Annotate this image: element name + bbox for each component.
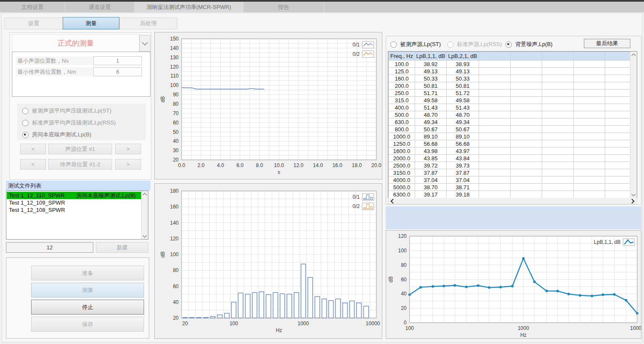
table-cell[interactable]	[605, 176, 631, 184]
min-mic-positions-input[interactable]: 6	[93, 67, 142, 76]
table-cell[interactable]	[574, 155, 605, 162]
table-cell[interactable]	[574, 119, 605, 126]
table-cell[interactable]	[605, 162, 631, 169]
table-cell[interactable]	[605, 140, 631, 147]
radio-background-noise-test[interactable]: 房间本底噪声测试,Lp(B)	[22, 131, 91, 139]
table-row[interactable]: 1600.043.9843.97	[389, 147, 631, 155]
table-cell[interactable]	[511, 90, 542, 97]
table-cell[interactable]	[542, 75, 574, 82]
mic-position-prev-button[interactable]: <	[20, 159, 46, 170]
scroll-up-icon[interactable]	[630, 52, 637, 58]
table-cell[interactable]: 49.58	[447, 97, 479, 104]
new-test-button[interactable]: 新建	[96, 242, 148, 253]
table-cell[interactable]	[511, 82, 542, 90]
table-cell[interactable]	[511, 126, 542, 133]
table-cell[interactable]	[574, 111, 605, 119]
table-cell[interactable]: 50.33	[447, 75, 479, 82]
table-cell[interactable]	[605, 61, 631, 68]
measurement-mode-dropdown[interactable]: 正式的测量	[12, 34, 139, 52]
scroll-down-icon[interactable]	[630, 191, 637, 198]
table-cell[interactable]	[511, 68, 542, 75]
table-cell[interactable]	[479, 104, 511, 111]
table-cell[interactable]	[479, 97, 511, 104]
table-cell[interactable]	[542, 90, 574, 97]
table-cell[interactable]	[542, 126, 574, 133]
table-cell[interactable]	[605, 191, 631, 198]
table-cell[interactable]: 2500.0	[389, 162, 415, 169]
table-cell[interactable]	[605, 169, 631, 176]
radio-result-lpst[interactable]: 被测声源,Lp(ST)	[390, 40, 441, 48]
subtab-settings[interactable]: 设置	[4, 17, 63, 29]
table-cell[interactable]	[479, 75, 511, 82]
test-count-button[interactable]: 12	[6, 242, 93, 253]
table-horizontal-scrollbar[interactable]	[388, 198, 637, 204]
table-row[interactable]: 200.050.8150.81	[389, 82, 631, 90]
table-cell[interactable]: 48.70	[447, 111, 479, 119]
file-list-scrollbar[interactable]	[141, 191, 148, 239]
table-cell[interactable]	[542, 147, 574, 155]
table-cell[interactable]: 43.84	[447, 155, 479, 162]
tab-report[interactable]: 报告	[243, 2, 324, 12]
table-row[interactable]: 800.050.6750.67	[389, 126, 631, 133]
table-cell[interactable]	[605, 97, 631, 104]
table-cell[interactable]	[479, 126, 511, 133]
table-cell[interactable]	[574, 75, 605, 82]
table-cell[interactable]	[542, 61, 574, 68]
table-cell[interactable]	[542, 176, 574, 184]
table-row[interactable]: 2500.039.7239.73	[389, 162, 631, 169]
table-cell[interactable]	[511, 176, 542, 184]
table-cell[interactable]	[511, 162, 542, 169]
table-cell[interactable]	[605, 111, 631, 119]
table-cell[interactable]: 37.87	[447, 169, 479, 176]
table-cell[interactable]: 49.34	[415, 119, 447, 126]
table-cell[interactable]	[479, 184, 511, 191]
table-row[interactable]: 500.048.7048.70	[389, 111, 631, 119]
subtab-measure[interactable]: 测量	[63, 17, 119, 29]
table-cell[interactable]	[542, 97, 574, 104]
table-cell[interactable]: 5000.0	[389, 184, 415, 191]
table-cell[interactable]: 37.04	[447, 176, 479, 184]
measure-button[interactable]: 测量	[31, 283, 144, 298]
table-cell[interactable]: 315.0	[389, 97, 415, 104]
scroll-right-icon[interactable]	[630, 198, 636, 204]
table-cell[interactable]: 2000.0	[389, 155, 415, 162]
table-cell[interactable]	[605, 75, 631, 82]
table-cell[interactable]: 1000.0	[389, 133, 415, 140]
table-cell[interactable]	[605, 82, 631, 90]
table-cell[interactable]: 50.67	[415, 126, 447, 133]
table-cell[interactable]: 43.85	[415, 155, 447, 162]
table-cell[interactable]	[479, 140, 511, 147]
scroll-up-icon[interactable]	[142, 191, 148, 197]
table-cell[interactable]	[479, 133, 511, 140]
table-cell[interactable]	[574, 140, 605, 147]
table-cell[interactable]: 51.43	[447, 104, 479, 111]
dropdown-chevron-icon[interactable]	[139, 35, 150, 52]
subtab-postprocess[interactable]: 后处理	[119, 17, 177, 29]
table-cell[interactable]	[479, 82, 511, 90]
table-cell[interactable]	[479, 119, 511, 126]
table-cell[interactable]: 39.18	[447, 191, 479, 198]
table-cell[interactable]: 100.0	[389, 61, 415, 68]
final-result-button[interactable]: 最后结果	[584, 39, 630, 48]
table-cell[interactable]: 51.71	[415, 90, 447, 97]
table-cell[interactable]	[479, 111, 511, 119]
table-cell[interactable]	[574, 126, 605, 133]
table-cell[interactable]	[542, 82, 574, 90]
table-cell[interactable]	[542, 162, 574, 169]
table-cell[interactable]	[605, 155, 631, 162]
table-cell[interactable]	[574, 162, 605, 169]
mic-position-button[interactable]: 传声器位置 #1-2	[48, 159, 112, 170]
table-cell[interactable]: 39.17	[415, 191, 447, 198]
list-item[interactable]: Test 1_12_109_SPWR	[7, 199, 141, 206]
table-cell[interactable]	[542, 184, 574, 191]
table-cell[interactable]	[574, 90, 605, 97]
tab-document-settings[interactable]: 文档设置	[0, 2, 65, 12]
table-cell[interactable]	[574, 82, 605, 90]
table-row[interactable]: 100.038.9238.93	[389, 61, 631, 68]
list-item[interactable]: Test 1_12_108_SPWR	[7, 206, 141, 214]
table-row[interactable]: 3150.037.8737.87	[389, 169, 631, 176]
tab-channel-settings[interactable]: 通道设置	[65, 2, 135, 12]
table-row[interactable]: 250.051.7151.72	[389, 90, 631, 97]
table-cell[interactable]: 89.10	[415, 133, 447, 140]
table-cell[interactable]	[574, 147, 605, 155]
